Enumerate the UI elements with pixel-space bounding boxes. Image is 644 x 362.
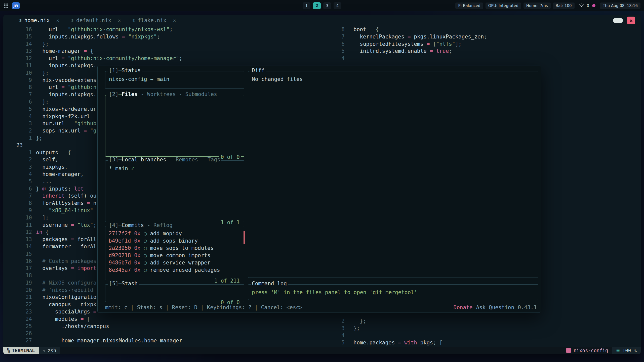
commit-row[interactable]: 9486b7d 0x ○ add service-wrapper	[109, 259, 244, 266]
code-text: home-manager.nixosModules.home-manager	[36, 337, 182, 344]
tab-close-icon[interactable]: ×	[56, 17, 59, 23]
statusline-spacer	[60, 347, 562, 354]
code-text: canopus = nixpk	[36, 301, 96, 308]
code-line: 2 };	[331, 318, 641, 325]
code-text: } @ inputs: let	[36, 185, 84, 193]
diff-panel[interactable]: Diff No changed files	[248, 71, 538, 278]
line-number: 5	[331, 339, 348, 346]
logo-badge[interactable]: JW	[12, 2, 20, 9]
code-text: # Custom packages	[36, 258, 96, 265]
code-text: home-manager,	[36, 171, 84, 178]
ask-question-link[interactable]: Ask Question	[476, 304, 514, 310]
panel-title: [1]Status	[108, 68, 142, 73]
workspace-button[interactable]: 3	[323, 2, 331, 9]
right-pane-bottom: 2 };3};45home.packages = with pkgs; [	[331, 318, 641, 346]
layout-toggle-button[interactable]	[613, 18, 623, 23]
workspace-button[interactable]: 2	[313, 2, 321, 9]
panel-count: 1 of 1	[219, 220, 241, 225]
branches-panel[interactable]: [3]Local branches - Remotes - Tags * mai…	[105, 160, 244, 222]
diff-content: No changed files	[248, 71, 538, 83]
line-number: 24	[3, 315, 36, 323]
commits-panel[interactable]: [4]Commits - Reflog 2717f2f 0x ○ add mop…	[105, 226, 244, 280]
repo-segment: nixos-config	[562, 347, 612, 354]
commit-message: add mopidy	[150, 231, 182, 237]
code-text: };	[36, 134, 42, 142]
commit-message: move common imports	[150, 252, 210, 258]
line-number: 7	[3, 192, 36, 200]
statusline: TERMINAL zsh nixos-config 100 %	[3, 347, 641, 354]
code-text: home.packages = with pkgs; [	[348, 339, 442, 346]
code-text: };	[36, 69, 49, 77]
code-text: url = "github:n	[36, 84, 96, 91]
code-text: inputs.nixpkgs.	[36, 62, 96, 69]
tab-default.nix[interactable]: default.nix×	[71, 17, 121, 23]
code-text: inputs.nixpkgs.	[36, 91, 96, 98]
code-text: };	[36, 98, 49, 106]
code-text: "x86_64-linux"	[36, 207, 93, 214]
status-chip: Bat: 100	[553, 3, 575, 9]
line-number: 11	[3, 221, 36, 229]
status-panel[interactable]: [1]Status nixos-config → main	[105, 71, 244, 89]
commit-row[interactable]: 8e345a7 0x ○ remove unused packages	[109, 266, 244, 274]
commit-graph-icon: ○	[144, 238, 147, 244]
wifi-icon[interactable]	[579, 3, 584, 8]
commit-scrollbar[interactable]	[244, 231, 245, 244]
line-number: 13	[3, 236, 36, 243]
line-number: 1	[3, 149, 36, 156]
workspace-button[interactable]: 4	[334, 2, 341, 9]
command-log-panel[interactable]: Command log press 'M' in the files panel…	[248, 284, 538, 300]
apps-grid-icon[interactable]	[4, 3, 9, 8]
code-text: nixosConfiguratio	[36, 294, 96, 301]
line-number: 2	[3, 156, 36, 163]
line-number: 1	[3, 134, 36, 142]
nix-snowflake-icon	[132, 18, 135, 23]
code-text: };	[36, 40, 49, 48]
footer-links: DonateAsk Question0.43.1	[454, 304, 537, 310]
code-text: nix-vscode-extens	[36, 77, 96, 84]
commit-row[interactable]: b49ef1d 0x ○ add sops binary	[109, 237, 244, 245]
code-text: nur.url = "github	[36, 120, 96, 127]
code-text: # 'nixos-rebuild	[36, 287, 93, 294]
tab-home.nix[interactable]: home.nix×	[19, 17, 59, 23]
commit-row[interactable]: 2a23950 0x ○ move sops to modules	[109, 245, 244, 252]
code-line: 27 home-manager.nixosModules.home-manage…	[3, 337, 331, 344]
line-number: 4	[3, 113, 36, 120]
commit-row[interactable]: 2717f2f 0x ○ add mopidy	[109, 230, 244, 237]
line-number: 9	[3, 77, 36, 84]
mode-label: TERMINAL	[12, 348, 35, 353]
code-text: nixos-hardware.ur	[36, 106, 96, 113]
files-panel[interactable]: [2]Files - Worktrees - Submodules 0 of 0	[105, 95, 244, 157]
code-text: in {	[36, 229, 49, 236]
commit-graph-icon: ○	[144, 267, 147, 273]
tab-close-icon[interactable]: ×	[173, 17, 176, 23]
line-number: 21	[3, 294, 36, 301]
workspace-button[interactable]: 1	[303, 2, 310, 9]
line-number: 7	[331, 33, 348, 40]
panel-title: [2]Files - Worktrees - Submodules	[108, 92, 218, 97]
line-number: 19	[3, 279, 36, 287]
code-text: modules = [	[36, 315, 90, 323]
nix-snowflake-icon	[19, 18, 22, 23]
code-text: nixpkgs-f2k.url =	[36, 113, 96, 120]
line-number: 17	[3, 265, 36, 272]
accent-dot-icon[interactable]	[592, 4, 595, 7]
line-number: 16	[3, 26, 36, 33]
commit-row[interactable]: d920218 0x ○ move common imports	[109, 252, 244, 259]
workspace-list: 1234	[303, 2, 341, 9]
code-line: 6 supportedFilesystems = ["ntfs"];	[331, 40, 641, 48]
tab-flake.nix[interactable]: flake.nix×	[132, 17, 176, 23]
tab-label: default.nix	[76, 17, 111, 23]
code-text	[348, 55, 353, 62]
commit-author: 0x	[134, 238, 140, 244]
line-number: 16	[3, 258, 36, 265]
donate-link[interactable]: Donate	[454, 304, 473, 310]
line-number: 25	[3, 323, 36, 330]
topbar-right: P: BalancedGPU: IntegratedHome: 7msBat: …	[455, 3, 640, 9]
window-close-button[interactable]: ×	[627, 17, 635, 24]
topbar: JW 1234 P: BalancedGPU: IntegratedHome: …	[0, 0, 644, 11]
stash-panel[interactable]: [5]Stash 0 of 0	[105, 284, 244, 302]
tab-close-icon[interactable]: ×	[118, 17, 121, 23]
panel-title: [5]Stash	[108, 281, 139, 286]
tab-bar: home.nix×default.nix×flake.nix×	[3, 15, 641, 26]
code-text: overlays = import	[36, 265, 96, 272]
